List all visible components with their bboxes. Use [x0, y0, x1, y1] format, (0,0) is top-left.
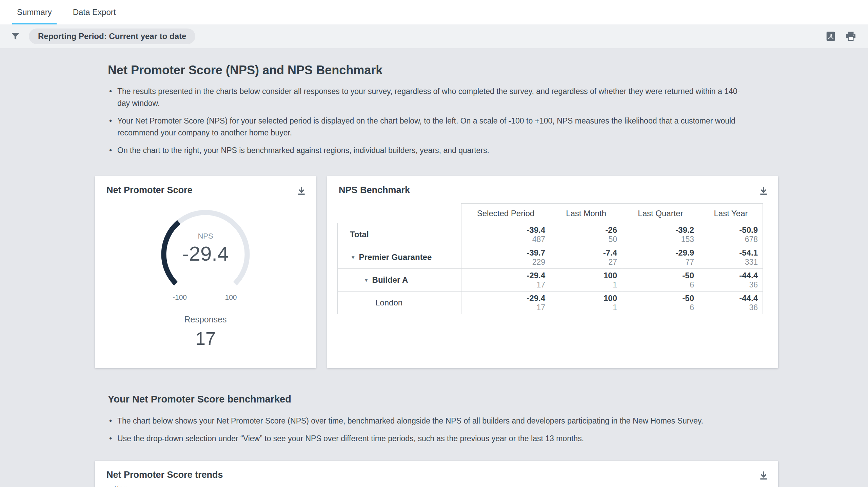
benchmark-card-title: NPS Benchmark [339, 185, 410, 195]
nps-card-title: Net Promoter Score [106, 185, 193, 195]
collapse-triangle-icon[interactable]: ▾ [365, 277, 368, 284]
tab-data-export[interactable]: Data Export [68, 0, 121, 24]
gauge-center-label: NPS [198, 232, 213, 240]
section2-bullet-1: The chart below shows your Net Promoter … [108, 415, 752, 427]
responses-value: 17 [195, 328, 216, 349]
benchmark-card: NPS Benchmark Selected PeriodLast MonthL… [327, 176, 778, 368]
benchmark-row-builder-a: ▾Builder A-29.4171001-506-44.436 [338, 269, 763, 292]
row-label: Builder A [372, 275, 408, 285]
section2-bullet-list: The chart below shows your Net Promoter … [108, 415, 752, 445]
filter-button[interactable] [9, 31, 21, 42]
benchmark-value-cell: -50.9678 [699, 223, 763, 246]
benchmark-value-cell: -29.977 [622, 246, 699, 269]
benchmark-value-cell: -2650 [550, 223, 622, 246]
tab-data-export-label: Data Export [73, 7, 116, 17]
response-count: 36 [704, 280, 758, 289]
benchmark-value-cell: -39.2153 [622, 223, 699, 246]
response-count: 17 [466, 303, 545, 312]
benchmark-value-cell: -39.4487 [461, 223, 550, 246]
filter-bar: Reporting Period: Current year to date [0, 24, 868, 48]
response-count: 6 [627, 280, 694, 289]
benchmark-value-cell: -44.436 [699, 292, 763, 314]
benchmark-column-header: Last Quarter [622, 204, 699, 223]
response-count: 27 [555, 258, 617, 267]
nps-value: -54.1 [704, 248, 758, 258]
benchmark-row-london: London-29.4171001-506-44.436 [338, 292, 763, 314]
tab-bar: Summary Data Export [0, 0, 868, 24]
print-button[interactable] [844, 29, 858, 43]
intro-bullet-2: Your Net Promoter Score (NPS) for your s… [108, 115, 752, 139]
benchmark-column-header: Last Month [550, 204, 622, 223]
response-count: 1 [555, 280, 617, 289]
benchmark-label-cell: Total [338, 223, 461, 246]
collapse-triangle-icon[interactable]: ▾ [352, 254, 355, 261]
benchmark-label-cell: ▾Premier Guarantee [338, 246, 461, 269]
benchmark-value-cell: -44.436 [699, 269, 763, 292]
response-count: 153 [627, 235, 694, 244]
benchmark-value-cell: 1001 [550, 269, 622, 292]
benchmark-column-header: Selected Period [461, 204, 550, 223]
benchmark-value-cell: -54.1331 [699, 246, 763, 269]
nps-value: -44.4 [704, 270, 758, 280]
benchmark-row-premier-guarantee: ▾Premier Guarantee-39.7229-7.427-29.977-… [338, 246, 763, 269]
trends-card: Net Promoter Score trends View Current Y… [95, 461, 778, 487]
nps-value: 100 [555, 270, 617, 280]
gauge-min-label: -100 [173, 293, 187, 301]
nps-value: -50 [627, 293, 694, 303]
response-count: 229 [466, 258, 545, 267]
download-icon [758, 186, 769, 196]
gauge-value: -29.4 [182, 242, 229, 265]
gauge-max-label: 100 [225, 293, 237, 301]
benchmark-value-cell: -29.417 [461, 269, 550, 292]
printer-icon [845, 31, 856, 42]
benchmark-value-cell: 1001 [550, 292, 622, 314]
nps-gauge: NPS -29.4 -100 100 Responses 17 [95, 208, 316, 349]
trends-card-title: Net Promoter Score trends [106, 470, 223, 480]
intro-bullet-1: The results presented in the charts belo… [108, 86, 752, 109]
trends-download-button[interactable] [758, 470, 769, 481]
nps-value: -29.4 [466, 270, 545, 280]
download-icon [758, 470, 769, 481]
export-pdf-button[interactable] [824, 30, 837, 43]
benchmark-value-cell: -506 [622, 292, 699, 314]
funnel-icon [11, 32, 20, 41]
responses-label: Responses [184, 315, 226, 324]
section2-bullet-2: Use the drop-down selection under “View”… [108, 433, 752, 445]
reporting-period-chip[interactable]: Reporting Period: Current year to date [29, 29, 195, 44]
row-label: Total [350, 230, 369, 239]
nps-value: -44.4 [704, 293, 758, 303]
nps-value: -50.9 [704, 225, 758, 235]
response-count: 331 [704, 258, 758, 267]
nps-value: -50 [627, 270, 694, 280]
nps-value: -26 [555, 225, 617, 235]
response-count: 487 [466, 235, 545, 244]
nps-value: -7.4 [555, 248, 617, 258]
intro-bullet-list: The results presented in the charts belo… [108, 86, 752, 156]
nps-value: -29.9 [627, 248, 694, 258]
benchmark-row-total: Total-39.4487-2650-39.2153-50.9678 [338, 223, 763, 246]
benchmark-header-row: Selected PeriodLast MonthLast QuarterLas… [338, 204, 763, 223]
view-select-label: View [113, 485, 129, 487]
nps-value: 100 [555, 293, 617, 303]
benchmark-download-button[interactable] [758, 185, 769, 196]
response-count: 1 [555, 303, 617, 312]
row-label: Premier Guarantee [359, 252, 432, 262]
nps-value: -39.7 [466, 248, 545, 258]
nps-download-button[interactable] [296, 185, 307, 196]
nps-value: -29.4 [466, 293, 545, 303]
row-label: London [375, 298, 402, 307]
response-count: 678 [704, 235, 758, 244]
pdf-file-icon [825, 31, 836, 42]
nps-value: -39.2 [627, 225, 694, 235]
benchmark-column-header: Last Year [699, 204, 763, 223]
nps-gauge-svg: NPS -29.4 -100 100 [150, 208, 261, 307]
benchmark-value-cell: -506 [622, 269, 699, 292]
nps-value: -39.4 [466, 225, 545, 235]
benchmark-value-cell: -29.417 [461, 292, 550, 314]
gauge-value-arc [164, 222, 179, 284]
tab-summary[interactable]: Summary [12, 0, 57, 24]
nps-card: Net Promoter Score NPS -29.4 -100 10 [95, 176, 316, 368]
section-title: Your Net Promoter Score benchmarked [108, 394, 778, 405]
download-icon [296, 186, 307, 196]
benchmark-corner-cell [338, 204, 461, 223]
